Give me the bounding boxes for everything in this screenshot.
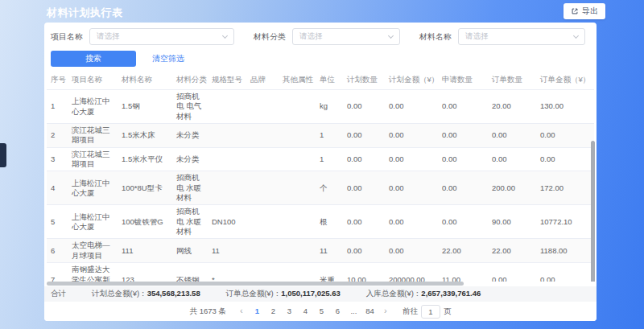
export-button[interactable]: 导出 [564,3,605,19]
table-cell: kg [316,90,343,124]
table-cell: 6 [47,239,68,263]
table-cell [246,124,279,148]
table-cell: 0.00 [536,147,594,171]
column-header: 计划数量 [343,72,385,90]
inbound-total: 入库总金额(¥)：2,657,339,761.46 [366,289,481,299]
table-cell: 1.5米木床 [118,124,172,148]
table-cell: DN100 [208,205,246,239]
filter-group-project: 项目名称 请选择 [51,28,234,45]
table-cell: 3 [47,147,68,171]
table-cell: 0.00 [536,263,594,282]
more-pages-button[interactable]: ... [347,305,361,318]
table-cell: 0.00 [438,171,488,205]
inbound-total-label: 入库总金额(¥)： [366,289,422,298]
project-name-select[interactable]: 请选择 [89,28,234,45]
table-cell [279,263,316,282]
table-cell [208,90,246,124]
table-cell: * [208,263,246,282]
column-header: 计划金额（¥） [385,72,438,90]
table-cell: 0.00 [488,147,536,171]
table-cell: 个 [316,171,343,205]
content-card: 项目名称 请选择 材料分类 请选择 材料名称 请选择 搜索 清空筛选 [44,23,597,321]
table-cell: 11 [316,239,343,263]
table-cell: 123 [118,263,172,282]
column-header: 材料名称 [118,72,172,90]
table-cell: 10772.10 [536,205,594,239]
table-cell: 0.00 [385,124,438,148]
table-cell: 0.00 [438,124,488,148]
table-cell: 1 [316,147,343,171]
table-cell [279,171,316,205]
table-cell: 22.00 [488,239,536,263]
order-total-value: 1,050,117,025.63 [281,289,340,298]
table-cell: 上海松江中心大厦 [68,205,118,239]
search-button[interactable]: 搜索 [51,51,136,67]
page-button[interactable]: 3 [283,305,296,318]
goto-page-input[interactable] [421,305,440,319]
table-cell [279,239,316,263]
table-cell: 米重 [316,263,343,282]
column-header: 规格型号 [208,72,246,90]
table-cell [246,263,279,282]
app-background: { "page": { "title": "材料计划执行表" }, "toolb… [0,0,644,329]
order-total: 订单总金额(¥)：1,050,117,025.63 [226,289,341,299]
plan-total-label: 计划总金额(¥)： [92,289,147,298]
table-cell: 90.00 [488,205,536,239]
table-cell: 0.00 [385,171,438,205]
table-cell: 10.00 [343,263,385,282]
prev-page-button[interactable]: ‹ [235,305,248,318]
table-cell: 0.00 [385,205,438,239]
page-button[interactable]: 5 [315,305,328,318]
column-header: 品牌 [246,72,279,90]
table-row: 5上海松江中心大厦100镀铁管G招商机电 水暖材料DN100根0.000.000… [47,205,594,239]
table-row: 7南钢盛达大学生公寓新建123不锈钢*米重10.00200000.0011.00… [47,263,594,282]
table-cell: 1 [47,90,68,124]
material-name-select[interactable]: 请选择 [458,28,585,45]
page-list: 123456...84 [250,305,377,318]
goto-label: 前往 [402,306,418,317]
material-category-placeholder: 请选择 [299,31,323,42]
table-cell: 未分类 [172,124,208,148]
table-cell [208,124,246,148]
drawer-handle[interactable] [0,143,6,167]
chevron-down-icon [573,32,579,38]
vertical-scrollbar[interactable] [591,141,595,282]
column-header: 订单数量 [488,72,536,90]
table-cell: 0.00 [343,205,385,239]
table-header-row: 序号项目名称材料名称材料分类规格型号品牌其他属性单位计划数量计划金额（¥）申请数… [47,72,594,90]
chevron-down-icon [388,32,394,38]
horizontal-scrollbar[interactable] [47,282,464,286]
table-cell: 滨江花城三期项目 [68,124,118,148]
table-cell [279,124,316,148]
next-page-button[interactable]: › [379,305,392,318]
table-cell: 20.00 [488,90,536,124]
filter-group-material: 材料名称 请选择 [419,28,585,45]
table-cell: 200000.00 [385,263,438,282]
clear-filter-link[interactable]: 清空筛选 [152,53,184,64]
table-cell: 0.00 [343,147,385,171]
material-category-select[interactable]: 请选择 [292,28,400,45]
table-cell: 0.00 [385,147,438,171]
column-header: 其他属性 [279,72,316,90]
column-header: 项目名称 [68,72,118,90]
table-cell: 未分类 [172,147,208,171]
table-cell: 7 [47,263,68,282]
table-cell: 滨江花城三期项目 [68,147,118,171]
plan-total: 计划总金额(¥)：354,568,213.58 [92,289,200,299]
column-header: 材料分类 [172,72,208,90]
page-button[interactable]: 6 [331,305,345,318]
page-button[interactable]: 4 [299,305,312,318]
page-button[interactable]: 2 [266,305,280,318]
table-cell: 0.00 [343,239,385,263]
table-cell: 招商机电 电气材料 [172,90,208,124]
table-cell: 1 [316,124,343,148]
page-button[interactable]: 84 [363,305,377,318]
column-header: 序号 [47,72,68,90]
plan-total-value: 354,568,213.58 [147,289,200,298]
project-name-placeholder: 请选择 [97,31,120,42]
table-row: 3滨江花城三期项目1.5米水平仪未分类10.000.000.000.000.00 [47,147,594,171]
table-cell: 4 [47,171,68,205]
table-cell: 南钢盛达大学生公寓新建 [68,263,118,282]
page-button[interactable]: 1 [250,305,264,318]
table-cell: 0.00 [343,90,385,124]
